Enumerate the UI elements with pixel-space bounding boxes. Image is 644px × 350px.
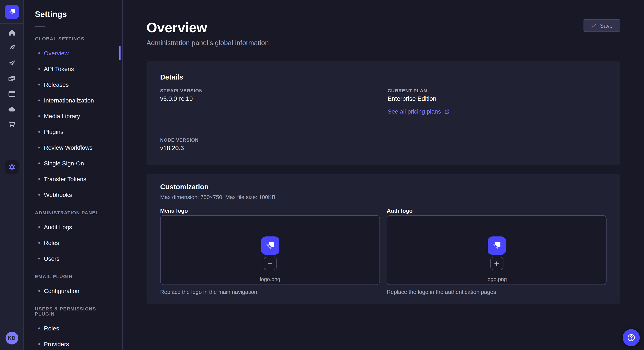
rail-user-section: KD	[0, 326, 24, 350]
sidebar-item-label: Overview	[44, 49, 69, 56]
images-icon[interactable]	[5, 72, 18, 85]
sidebar-item-media-library[interactable]: Media Library	[35, 108, 111, 124]
bullet-icon	[38, 194, 40, 195]
sidebar-item-up-roles[interactable]: Roles	[35, 320, 111, 336]
cart-icon[interactable]	[5, 118, 18, 131]
auth-logo-dropzone[interactable]: logo.png	[387, 215, 606, 285]
icon-rail: KD	[0, 0, 24, 350]
plus-icon	[493, 260, 500, 267]
strapi-logo-icon[interactable]	[4, 4, 19, 19]
field-value: v5.0.0-rc.19	[160, 95, 379, 102]
bullet-icon	[38, 52, 40, 54]
sidebar-item-audit-logs[interactable]: Audit Logs	[35, 219, 111, 235]
strapi-logo-icon	[488, 236, 506, 255]
sidebar-item-label: Releases	[44, 81, 69, 88]
customization-card: Customization Max dimension: 750×750, Ma…	[146, 174, 620, 304]
menu-logo-add-button[interactable]	[264, 257, 277, 270]
bullet-icon	[38, 115, 40, 117]
details-grid: STRAPI VERSION v5.0.0-rc.19 CURRENT PLAN…	[160, 88, 606, 151]
sidebar-item-label: Plugins	[44, 128, 64, 135]
field-node-version: NODE VERSION v18.20.3	[160, 137, 379, 151]
sidebar-item-label: Webhooks	[44, 191, 72, 198]
help-button[interactable]	[623, 329, 640, 346]
sidebar-item-label: Transfer Tokens	[44, 175, 86, 182]
sidebar-item-overview[interactable]: Overview	[35, 45, 111, 61]
sidebar-item-label: Single Sign-On	[44, 160, 84, 167]
sidebar-item-label: Users	[44, 255, 60, 262]
main-content: Overview Administration panel’s global i…	[123, 0, 644, 350]
sidebar-item-label: Audit Logs	[44, 223, 72, 230]
auth-logo-filename: logo.png	[486, 276, 507, 282]
section-label-global-settings: GLOBAL SETTINGS	[35, 36, 111, 41]
sidebar-title: Settings	[35, 9, 111, 19]
bullet-icon	[38, 162, 40, 164]
sidebar-item-plugins[interactable]: Plugins	[35, 124, 111, 140]
field-label: NODE VERSION	[160, 137, 379, 143]
sidebar-item-admin-roles[interactable]: Roles	[35, 235, 111, 250]
auth-logo-add-button[interactable]	[490, 257, 503, 270]
app-window: KD Settings GLOBAL SETTINGS Overview API…	[0, 0, 644, 350]
menu-logo-field: Menu logo logo.png Replace the logo in t…	[160, 201, 380, 296]
sidebar-item-api-tokens[interactable]: API Tokens	[35, 61, 111, 77]
sidebar-item-label: Media Library	[44, 113, 80, 119]
sidebar-item-transfer-tokens[interactable]: Transfer Tokens	[35, 171, 111, 187]
plus-icon	[267, 260, 274, 267]
field-label: CURRENT PLAN	[388, 88, 606, 93]
sidebar-item-email-configuration[interactable]: Configuration	[35, 283, 111, 299]
sidebar-item-admin-users[interactable]: Users	[35, 250, 111, 266]
strapi-logo-icon	[261, 236, 279, 255]
section-label-email-plugin: EMAIL PLUGIN	[35, 274, 111, 279]
bullet-icon	[38, 257, 40, 259]
layout-icon[interactable]	[5, 87, 18, 101]
bullet-icon	[38, 343, 40, 345]
email-plugin-list: Configuration	[35, 283, 111, 299]
sidebar-item-label: Providers	[44, 341, 69, 347]
menu-logo-filename: logo.png	[260, 276, 280, 282]
sidebar-item-label: Roles	[44, 325, 59, 332]
bullet-icon	[38, 242, 40, 243]
feather-icon[interactable]	[5, 41, 18, 55]
bullet-icon	[38, 290, 40, 292]
cloud-icon[interactable]	[5, 103, 18, 116]
rail-logo-section	[0, 0, 24, 24]
sidebar-item-single-sign-on[interactable]: Single Sign-On	[35, 155, 111, 171]
sidebar-item-releases[interactable]: Releases	[35, 77, 111, 92]
field-label: STRAPI VERSION	[160, 88, 379, 93]
customization-heading: Customization	[160, 182, 606, 191]
uploads-grid: Menu logo logo.png Replace the logo in t…	[160, 201, 606, 296]
page-subtitle: Administration panel’s global informatio…	[146, 39, 620, 47]
bullet-icon	[38, 68, 40, 70]
menu-logo-caption: Replace the logo in the main navigation	[160, 289, 380, 296]
sidebar-item-review-workflows[interactable]: Review Workflows	[35, 140, 111, 155]
avatar[interactable]: KD	[5, 332, 18, 345]
rail-nav	[5, 24, 18, 174]
question-mark-icon	[626, 333, 636, 342]
bullet-icon	[38, 226, 40, 228]
sidebar-item-label: API Tokens	[44, 65, 74, 72]
external-link-icon	[444, 109, 450, 114]
page-title: Overview	[146, 19, 620, 36]
sidebar-item-up-providers[interactable]: Providers	[35, 336, 111, 350]
gear-icon[interactable]	[5, 160, 18, 174]
customization-subheading: Max dimension: 750×750, Max file size: 1…	[160, 194, 606, 201]
paper-plane-icon[interactable]	[5, 57, 18, 70]
menu-logo-dropzone[interactable]: logo.png	[160, 215, 380, 285]
sidebar-item-label: Configuration	[44, 287, 80, 294]
bullet-icon	[38, 178, 40, 180]
sidebar-item-label: Internationalization	[44, 97, 94, 104]
home-icon[interactable]	[5, 26, 18, 39]
sidebar-item-webhooks[interactable]: Webhooks	[35, 187, 111, 202]
bullet-icon	[38, 131, 40, 133]
title-divider	[35, 26, 45, 27]
bullet-icon	[38, 99, 40, 101]
sidebar-item-label: Roles	[44, 239, 59, 246]
auth-logo-field: Auth logo logo.png Replace the logo in t…	[387, 201, 606, 296]
bullet-icon	[38, 147, 40, 148]
save-button[interactable]: Save	[584, 19, 620, 32]
global-settings-list: Overview API Tokens Releases Internation…	[35, 45, 111, 202]
details-card: Details STRAPI VERSION v5.0.0-rc.19 CURR…	[146, 61, 620, 165]
sidebar-item-internationalization[interactable]: Internationalization	[35, 92, 111, 108]
bullet-icon	[38, 84, 40, 85]
settings-sidebar: Settings GLOBAL SETTINGS Overview API To…	[24, 0, 123, 350]
pricing-plans-link[interactable]: See all pricing plans	[388, 108, 450, 115]
